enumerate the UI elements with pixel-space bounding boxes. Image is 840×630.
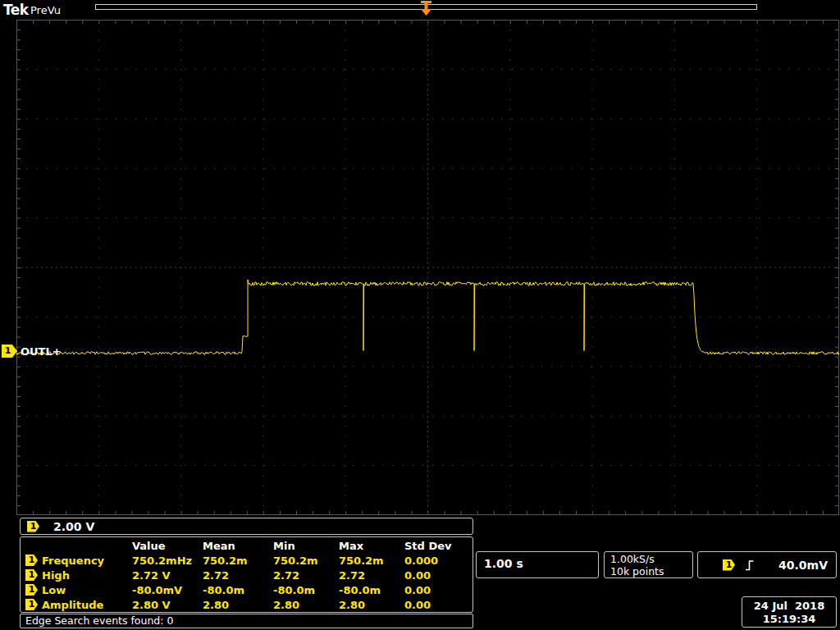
measurement-std: 0.00	[404, 569, 431, 582]
oscilloscope-screen: Tek PreVu 1 OUTL+ 1 2.00 V Value Mean Mi…	[0, 0, 840, 630]
sample-rate-value: 1.00kS/s	[610, 553, 692, 565]
channel1-flag: 1	[27, 521, 39, 532]
measurement-max: -80.0m	[339, 584, 381, 596]
measurement-std: 0.00	[404, 584, 431, 596]
measurement-std: 0.00	[404, 599, 431, 611]
record-length-value: 10k points	[610, 565, 692, 578]
measurement-max: 2.80	[339, 599, 365, 611]
measurement-max: 2.72	[339, 569, 365, 582]
tek-logo: Tek	[3, 2, 29, 18]
measurement-min: 2.80	[273, 599, 299, 611]
trigger-readout-box: 1 40.0mV	[697, 551, 837, 578]
measurement-name: Low	[42, 584, 66, 596]
date-value: 24 Jul 2018	[742, 600, 836, 613]
measurement-header-row: Value Mean Min Max Std Dev	[21, 540, 472, 553]
measurement-mean: 2.80	[203, 599, 229, 611]
edge-search-text: Edge Search events found: 0	[25, 614, 173, 627]
measurement-std: 0.000	[404, 555, 438, 567]
measurement-name: Amplitude	[42, 599, 103, 611]
measurement-value: 2.72 V	[132, 569, 171, 582]
measurement-min: -80.0m	[273, 584, 315, 596]
graticule	[16, 20, 839, 515]
horizontal-scale-value: 1.00 s	[484, 557, 523, 570]
channel-scale-readout: 1 2.00 V	[20, 518, 473, 535]
measurement-table: Value Mean Min Max Std Dev 1 Frequency 7…	[20, 536, 473, 613]
measurement-name: Frequency	[42, 555, 104, 567]
channel1-ground-marker: 1	[2, 345, 17, 358]
acquisition-info-box: 1.00kS/s 10k points	[604, 551, 693, 578]
measurement-mean: 750.2m	[203, 555, 248, 567]
trigger-position-icon	[421, 1, 431, 16]
acquisition-status: PreVu	[30, 4, 61, 16]
channel1-flag: 1	[25, 569, 38, 581]
trigger-source-flag: 1	[723, 559, 735, 571]
time-value: 15:19:34	[742, 613, 836, 626]
channel1-label: OUTL+	[21, 345, 62, 358]
record-view-bar	[90, 0, 763, 20]
channel1-flag: 1	[25, 584, 38, 596]
measurement-row-low: 1 Low -80.0mV -80.0m -80.0m -80.0m 0.00	[21, 584, 472, 597]
measurement-row-high: 1 High 2.72 V 2.72 2.72 2.72 0.00	[21, 569, 472, 582]
measurement-max: 750.2m	[339, 555, 384, 567]
col-mean: Mean	[203, 540, 235, 552]
measurement-min: 750.2m	[273, 555, 318, 567]
measurement-min: 2.72	[273, 569, 299, 582]
rising-edge-icon	[745, 559, 755, 572]
channel1-flag: 1	[25, 555, 38, 566]
trigger-level-value: 40.0mV	[778, 559, 836, 572]
col-std-dev: Std Dev	[404, 540, 452, 552]
datetime-box: 24 Jul 2018 15:19:34	[742, 596, 837, 628]
measurement-value: 750.2mHz	[132, 555, 192, 567]
channel-scale-value: 2.00 V	[53, 520, 94, 533]
col-min: Min	[273, 540, 295, 552]
col-max: Max	[339, 540, 363, 552]
measurement-mean: 2.72	[203, 569, 229, 582]
measurement-row-frequency: 1 Frequency 750.2mHz 750.2m 750.2m 750.2…	[21, 555, 472, 568]
measurement-name: High	[42, 569, 70, 582]
channel1-flag: 1	[25, 599, 38, 610]
measurement-value: -80.0mV	[132, 584, 182, 596]
edge-search-bar: Edge Search events found: 0	[20, 614, 473, 628]
measurement-mean: -80.0m	[203, 584, 244, 596]
measurement-row-amplitude: 1 Amplitude 2.80 V 2.80 2.80 2.80 0.00	[21, 599, 472, 612]
horizontal-scale-box: 1.00 s	[476, 551, 599, 578]
col-value: Value	[132, 540, 166, 552]
measurement-value: 2.80 V	[132, 599, 171, 611]
